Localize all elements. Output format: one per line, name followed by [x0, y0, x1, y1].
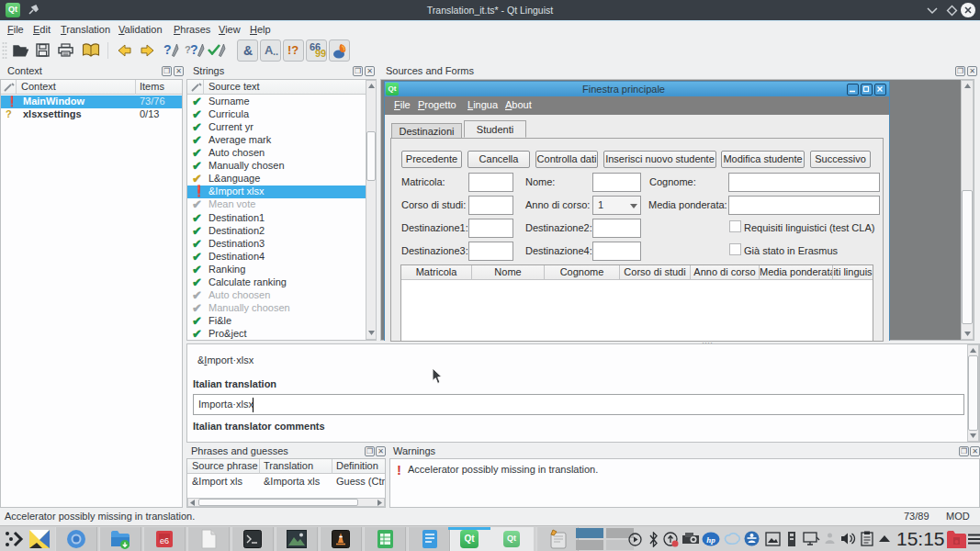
- svg-text:hp: hp: [706, 535, 715, 545]
- svg-text:e6: e6: [160, 536, 169, 545]
